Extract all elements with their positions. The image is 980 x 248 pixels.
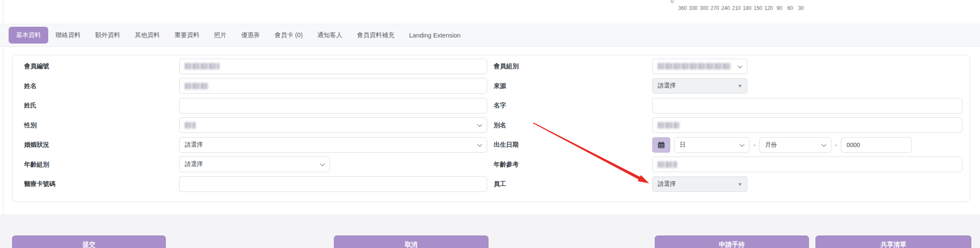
tab-landing-extension[interactable]: Landing Extension [402, 28, 468, 43]
chevron-down-icon [477, 142, 482, 147]
form-row-first-name: 名字 [494, 96, 975, 116]
name-input[interactable] [179, 78, 487, 94]
form-row-member-id: 會員編號 [24, 57, 488, 76]
dash-separator: - [835, 141, 837, 148]
dropdown-arrow-icon [738, 183, 742, 186]
birth-day-select[interactable]: 日 [674, 137, 750, 153]
alias-input[interactable] [652, 117, 962, 133]
field-age-reference [652, 157, 962, 172]
chart-tick-label: 120 [763, 5, 774, 11]
form-row-gender: 性別 [24, 116, 488, 135]
tab-photos[interactable]: 照片 [207, 27, 234, 44]
redacted-value [658, 63, 731, 69]
field-label-source: 來源 [494, 82, 652, 90]
field-alias [652, 117, 962, 133]
staff-selected-value: 請選擇 [658, 180, 676, 188]
chart-tick-label: 180 [742, 5, 753, 11]
birth-year-value: 0000 [846, 141, 860, 148]
first-name-input[interactable] [652, 98, 962, 113]
tab-basic-info[interactable]: 基本資料 [9, 27, 48, 44]
tab-other-info[interactable]: 其他資料 [128, 27, 167, 44]
form-row-birth-date: 出生日期日-月份-0000 [494, 135, 975, 155]
member-id-input[interactable] [179, 59, 487, 74]
age-reference-input[interactable] [652, 157, 962, 172]
form-row-marital-status: 婚姻狀況請選擇 [24, 135, 488, 155]
tab-notify-guest[interactable]: 通知客人 [310, 27, 350, 44]
apply-handheld-button[interactable]: 申請手持 [655, 235, 809, 248]
field-label-alias: 別名 [494, 121, 652, 129]
form-row-name: 姓名 [24, 76, 488, 96]
redacted-value [658, 122, 679, 129]
surname-input[interactable] [179, 98, 487, 113]
form-row-age-group: 年齡組別請選擇 [24, 155, 488, 175]
tab-member-info-supplement[interactable]: 會員資料補充 [350, 27, 402, 44]
member-group-select[interactable] [652, 59, 747, 74]
field-label-name: 姓名 [24, 82, 179, 90]
submit-button[interactable]: 提交 [12, 235, 166, 248]
form-row-member-group: 會員組別 [494, 57, 975, 76]
age-group-selected-value: 請選擇 [185, 160, 203, 168]
form-row-surname: 姓氏 [24, 96, 488, 116]
chart-tick-label: 150 [753, 5, 763, 11]
form-row-alias: 別名 [494, 116, 975, 135]
field-name [179, 78, 487, 94]
field-member-group [652, 59, 747, 74]
dash-separator: - [753, 141, 756, 148]
age-group-select[interactable]: 請選擇 [179, 157, 330, 172]
field-birth-date: 日-月份-0000 [652, 137, 912, 153]
marital-status-select[interactable]: 請選擇 [179, 137, 487, 153]
medical-card-number-input[interactable] [179, 176, 487, 192]
field-label-member-group: 會員組別 [494, 62, 652, 70]
field-age-group: 請選擇 [179, 157, 330, 172]
chart-tick-label: 300 [699, 5, 709, 11]
chevron-down-icon [320, 161, 325, 166]
redacted-value [185, 83, 208, 89]
field-surname [179, 98, 487, 113]
marital-status-selected-value: 請選擇 [185, 141, 203, 149]
field-label-staff: 員工 [494, 180, 652, 188]
field-label-age-group: 年齡組別 [24, 160, 179, 169]
chevron-down-icon [740, 142, 744, 147]
field-medical-card-number [179, 176, 487, 192]
chart-zero-tick-label: 0 [671, 0, 674, 4]
field-label-age-reference: 年齡參考 [494, 160, 652, 169]
birth-month-value: 月份 [765, 141, 777, 149]
chart-tick-label: 270 [709, 5, 720, 11]
member-form-panel: 會員編號姓名姓氏性別婚姻狀況請選擇年齡組別請選擇醫療卡號碼 會員組別來源請選擇名… [12, 55, 970, 202]
field-label-first-name: 名字 [494, 101, 652, 110]
redacted-value [658, 161, 677, 168]
field-marital-status: 請選擇 [179, 137, 487, 153]
field-first-name [652, 98, 962, 113]
chart-x-axis-labels: 360330300270240210180150120906030 [677, 5, 806, 11]
chart-tick-label: 60 [785, 5, 796, 11]
form-row-source: 來源請選擇 [494, 76, 975, 96]
tab-coupons[interactable]: 優惠券 [234, 27, 268, 44]
birth-year-input[interactable]: 0000 [841, 137, 912, 153]
tab-member-card[interactable]: 會員卡 (0) [268, 27, 310, 44]
field-label-surname: 姓氏 [24, 101, 179, 110]
gender-select[interactable] [179, 117, 487, 133]
field-label-birth-date: 出生日期 [494, 141, 652, 149]
source-selected-value: 請選擇 [658, 82, 676, 90]
chevron-down-icon [737, 63, 742, 68]
chart-tick-label: 360 [677, 5, 688, 11]
calendar-button[interactable] [652, 137, 670, 153]
field-label-medical-card-number: 醫療卡號碼 [24, 180, 179, 188]
form-row-medical-card-number: 醫療卡號碼 [24, 174, 488, 194]
member-tab-bar: 基本資料聯絡資料額外資料其他資料重要資料照片優惠券會員卡 (0)通知客人會員資料… [0, 24, 980, 47]
source-dropdown[interactable]: 請選擇 [652, 78, 747, 94]
tab-important-info[interactable]: 重要資料 [167, 27, 207, 44]
field-source: 請選擇 [652, 78, 747, 94]
footer-actions: 提交取消申請手持共享清單 [0, 214, 980, 248]
form-row-staff: 員工請選擇 [494, 174, 975, 194]
tab-contact-info[interactable]: 聯絡資料 [48, 27, 88, 44]
chevron-down-icon [821, 142, 826, 147]
staff-dropdown[interactable]: 請選擇 [652, 176, 747, 192]
chart-tick-label: 240 [720, 5, 731, 11]
share-list-button[interactable]: 共享清單 [815, 235, 971, 248]
redacted-value [185, 63, 219, 69]
dropdown-arrow-icon [738, 85, 742, 88]
cancel-button[interactable]: 取消 [334, 235, 488, 248]
tab-extra-info[interactable]: 額外資料 [88, 27, 128, 44]
birth-month-select[interactable]: 月份 [759, 137, 831, 153]
